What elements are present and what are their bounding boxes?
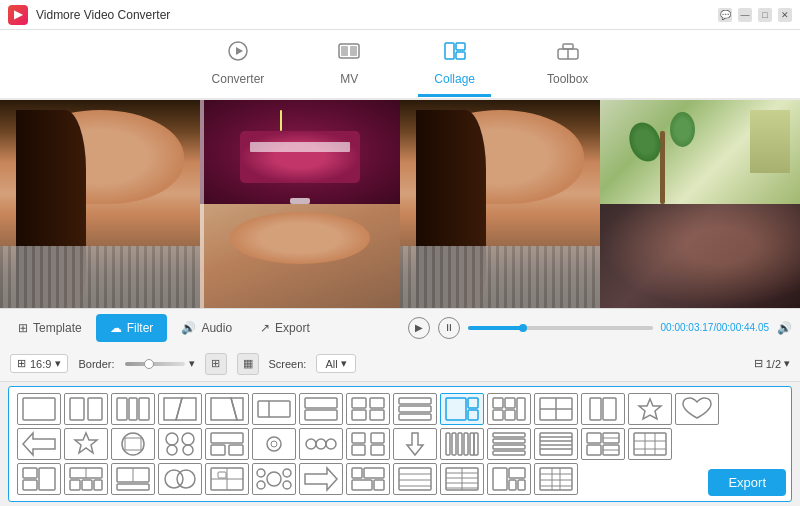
tab-filter[interactable]: ☁ Filter bbox=[96, 314, 168, 342]
svg-marker-47 bbox=[75, 433, 97, 453]
svg-rect-35 bbox=[493, 398, 503, 408]
tmpl-arrow-down[interactable] bbox=[393, 428, 437, 460]
bottom-tabs: ⊞ Template ☁ Filter 🔊 Audio ↗ Export bbox=[0, 308, 400, 346]
vertical-divider[interactable] bbox=[200, 100, 204, 308]
tmpl-split-v[interactable] bbox=[64, 393, 108, 425]
export-button[interactable]: Export bbox=[708, 469, 786, 496]
svg-rect-30 bbox=[399, 406, 431, 412]
tmpl-arrow-l[interactable] bbox=[17, 428, 61, 460]
tmpl-grid6c[interactable] bbox=[393, 463, 437, 495]
tmpl-trap-l[interactable] bbox=[158, 393, 202, 425]
progress-bar[interactable] bbox=[468, 326, 653, 330]
tmpl-grid6h2[interactable] bbox=[534, 428, 578, 460]
main-content: ⊞ Template ☁ Filter 🔊 Audio ↗ Export bbox=[0, 100, 800, 506]
tmpl-arrow-r2[interactable] bbox=[299, 463, 343, 495]
svg-point-61 bbox=[326, 439, 336, 449]
tmpl-tv-selected[interactable] bbox=[440, 393, 484, 425]
tmpl-gear[interactable] bbox=[252, 428, 296, 460]
tab-filter-label: Filter bbox=[127, 321, 154, 335]
maximize-btn[interactable]: □ bbox=[758, 8, 772, 22]
tmpl-puzzle[interactable] bbox=[346, 428, 390, 460]
svg-rect-56 bbox=[229, 445, 243, 455]
pause-button[interactable]: ⏸ bbox=[438, 317, 460, 339]
svg-rect-28 bbox=[370, 410, 384, 420]
tmpl-circle5[interactable] bbox=[252, 463, 296, 495]
tmpl-split-h3[interactable] bbox=[111, 393, 155, 425]
svg-point-110 bbox=[267, 472, 281, 486]
tmpl-circle-sq[interactable] bbox=[111, 428, 155, 460]
tmpl-star[interactable] bbox=[628, 393, 672, 425]
tmpl-single[interactable] bbox=[17, 393, 61, 425]
tmpl-grid6v[interactable] bbox=[440, 428, 484, 460]
tmpl-star5[interactable] bbox=[64, 428, 108, 460]
svg-rect-24 bbox=[305, 410, 337, 420]
message-btn[interactable]: 💬 bbox=[718, 8, 732, 22]
tmpl-grid-h3[interactable] bbox=[393, 393, 437, 425]
svg-rect-69 bbox=[458, 433, 462, 455]
tmpl-grid9b[interactable] bbox=[534, 463, 578, 495]
svg-rect-44 bbox=[603, 398, 616, 420]
svg-marker-46 bbox=[23, 433, 55, 455]
tmpl-grid9[interactable] bbox=[628, 428, 672, 460]
tmpl-circle3[interactable] bbox=[299, 428, 343, 460]
nav-mv[interactable]: MV bbox=[320, 32, 378, 97]
border-slider[interactable]: ▾ bbox=[125, 357, 195, 370]
svg-rect-119 bbox=[374, 480, 384, 490]
svg-rect-25 bbox=[352, 398, 366, 408]
tmpl-grid3b[interactable] bbox=[205, 428, 249, 460]
svg-marker-115 bbox=[305, 468, 337, 490]
nav-toolbox[interactable]: Toolbox bbox=[531, 32, 604, 97]
svg-rect-109 bbox=[218, 472, 226, 478]
converter-icon bbox=[225, 40, 251, 68]
progress-dot bbox=[519, 324, 527, 332]
page-icon: ⊟ bbox=[754, 357, 763, 370]
tmpl-grid8[interactable] bbox=[581, 428, 625, 460]
close-btn[interactable]: ✕ bbox=[778, 8, 792, 22]
svg-rect-37 bbox=[517, 398, 525, 420]
collage-icon bbox=[442, 40, 468, 68]
svg-rect-39 bbox=[505, 410, 515, 420]
tmpl-circle-4[interactable] bbox=[158, 428, 202, 460]
play-button[interactable]: ▶ bbox=[408, 317, 430, 339]
minimize-btn[interactable]: — bbox=[738, 8, 752, 22]
grid-icon-btn[interactable]: ⊞ bbox=[205, 353, 227, 375]
tmpl-rect-wide[interactable] bbox=[252, 393, 296, 425]
svg-marker-1 bbox=[236, 47, 243, 55]
tmpl-grid3c[interactable] bbox=[17, 463, 61, 495]
svg-rect-93 bbox=[23, 468, 37, 478]
tmpl-circle2[interactable] bbox=[158, 463, 202, 495]
tmpl-grid-t[interactable] bbox=[64, 463, 108, 495]
tmpl-grid-sq2[interactable] bbox=[205, 463, 249, 495]
screen-select[interactable]: All ▾ bbox=[316, 354, 355, 373]
tab-template[interactable]: ⊞ Template bbox=[4, 314, 96, 342]
svg-point-111 bbox=[257, 469, 265, 477]
svg-point-58 bbox=[271, 441, 277, 447]
nav-collage[interactable]: Collage bbox=[418, 32, 491, 97]
svg-rect-134 bbox=[540, 468, 572, 490]
tmpl-grid-cross[interactable] bbox=[534, 393, 578, 425]
tmpl-split-v2[interactable] bbox=[299, 393, 343, 425]
filter-tab-icon: ☁ bbox=[110, 321, 122, 335]
ratio-select[interactable]: ⊞ 16:9 ▾ bbox=[10, 354, 68, 373]
tmpl-trap-r[interactable] bbox=[205, 393, 249, 425]
volume-icon[interactable]: 🔊 bbox=[777, 321, 792, 335]
tab-audio[interactable]: 🔊 Audio bbox=[167, 314, 246, 342]
tmpl-grid5b[interactable] bbox=[487, 463, 531, 495]
tmpl-grid-22[interactable] bbox=[346, 393, 390, 425]
tab-export[interactable]: ↗ Export bbox=[246, 314, 324, 342]
tmpl-rect-sq[interactable] bbox=[581, 393, 625, 425]
svg-rect-68 bbox=[452, 433, 456, 455]
nav-converter[interactable]: Converter bbox=[196, 32, 281, 97]
pattern-icon-btn[interactable]: ▦ bbox=[237, 353, 259, 375]
tmpl-grid-5a[interactable] bbox=[487, 393, 531, 425]
mv-icon bbox=[336, 40, 362, 68]
ratio-value: 16:9 bbox=[30, 358, 51, 370]
tmpl-grid7[interactable] bbox=[440, 463, 484, 495]
svg-rect-131 bbox=[509, 468, 525, 478]
tmpl-grid3d[interactable] bbox=[111, 463, 155, 495]
tmpl-grid6b[interactable] bbox=[346, 463, 390, 495]
tmpl-heart[interactable] bbox=[675, 393, 719, 425]
svg-rect-63 bbox=[371, 433, 384, 443]
svg-point-59 bbox=[306, 439, 316, 449]
tmpl-grid4h[interactable] bbox=[487, 428, 531, 460]
